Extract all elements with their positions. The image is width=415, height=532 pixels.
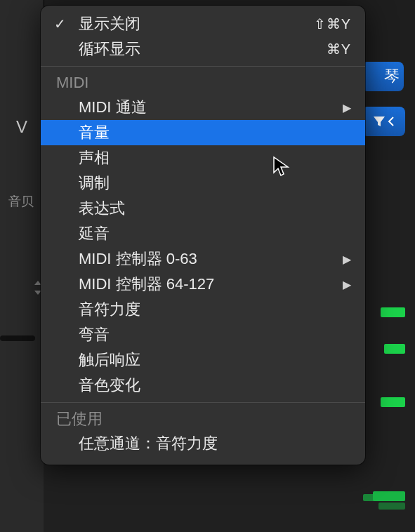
midi-block [378, 503, 405, 510]
menu-item-midi-cc-64-127[interactable]: MIDI 控制器 64-127 ▶ [41, 272, 365, 297]
chevron-right-icon: ▶ [337, 278, 351, 291]
menu-separator [41, 402, 365, 403]
midi-block [384, 344, 405, 354]
menu-item-cycle-display[interactable]: 循环显示 ⌘Y [41, 36, 365, 62]
menu-item-midi-channel[interactable]: MIDI 通道 ▶ [41, 95, 365, 120]
funnel-icon [372, 114, 386, 128]
chevron-right-icon: ▶ [337, 101, 351, 114]
chevron-left-icon [388, 117, 395, 126]
filter-button[interactable] [362, 107, 405, 136]
menu-item-label: 音符力度 [79, 299, 351, 320]
menu-item-label: 显示关闭 [79, 13, 314, 34]
menu-item-label: 表达式 [79, 198, 351, 219]
menu-item-label: 循环显示 [79, 39, 327, 60]
menu-item-volume[interactable]: 音量 [41, 120, 365, 145]
instrument-button[interactable]: 琴 [362, 62, 404, 91]
menu-item-label: 弯音 [79, 324, 351, 345]
menu-item-label: 声相 [79, 147, 351, 168]
menu-section-used: 已使用 [41, 407, 365, 431]
midi-block [381, 397, 405, 407]
menu-item-label: 音量 [79, 122, 351, 143]
menu-item-label: 调制 [79, 173, 351, 194]
slider-rail[interactable] [0, 335, 35, 341]
menu-item-expression[interactable]: 表达式 [41, 196, 365, 221]
checkmark-icon: ✓ [41, 15, 79, 32]
menu-item-used-any-channel[interactable]: 任意通道：音符力度 [41, 431, 365, 456]
menu-item-label: 音色变化 [79, 375, 351, 396]
menu-item-sustain[interactable]: 延音 [41, 221, 365, 246]
midi-block [381, 307, 405, 317]
left-panel-label: V [0, 117, 44, 137]
menu-item-label: 触后响应 [79, 350, 351, 371]
menu-separator [41, 66, 365, 67]
menu-item-aftertouch[interactable]: 触后响应 [41, 347, 365, 373]
left-panel: V [0, 0, 44, 532]
menu-item-modulation[interactable]: 调制 [41, 171, 365, 196]
automation-parameter-menu[interactable]: ✓ 显示关闭 ⇧⌘Y 循环显示 ⌘Y MIDI MIDI 通道 ▶ 音量 声相 … [41, 6, 365, 465]
midi-block [363, 494, 405, 501]
truncated-label: 音贝 [0, 193, 34, 210]
menu-item-shortcut: ⌘Y [327, 41, 351, 58]
chevron-right-icon: ▶ [337, 253, 351, 266]
menu-item-label: MIDI 控制器 0-63 [79, 248, 337, 270]
menu-item-label: MIDI 控制器 64-127 [79, 274, 337, 295]
menu-item-midi-cc-0-63[interactable]: MIDI 控制器 0-63 ▶ [41, 246, 365, 272]
menu-item-label: MIDI 通道 [79, 97, 337, 118]
menu-item-program-change[interactable]: 音色变化 [41, 373, 365, 398]
menu-item-pan[interactable]: 声相 [41, 145, 365, 171]
menu-item-show-off[interactable]: ✓ 显示关闭 ⇧⌘Y [41, 11, 365, 36]
menu-item-pitch-bend[interactable]: 弯音 [41, 322, 365, 347]
menu-item-note-velocity[interactable]: 音符力度 [41, 297, 365, 322]
instrument-button-label: 琴 [384, 67, 400, 85]
menu-item-label: 任意通道：音符力度 [79, 433, 351, 454]
menu-item-label: 延音 [79, 223, 351, 244]
menu-item-shortcut: ⇧⌘Y [314, 15, 351, 32]
menu-section-midi: MIDI [41, 71, 365, 95]
